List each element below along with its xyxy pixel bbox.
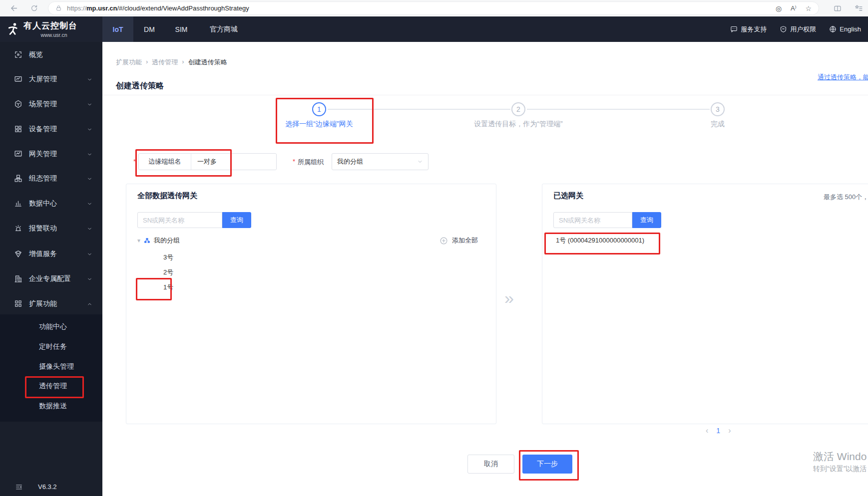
user-permissions[interactable]: 用户权限 bbox=[780, 25, 816, 34]
configuration-icon bbox=[14, 174, 22, 183]
sidebar-item-configuration[interactable]: 组态管理 bbox=[0, 170, 102, 188]
back-icon[interactable] bbox=[7, 0, 21, 16]
chevron-down-icon bbox=[87, 201, 92, 207]
group-tree-root[interactable]: ▾ 我的分组 bbox=[137, 236, 180, 245]
selected-gateway-item[interactable]: 1号 (00004291000000000001) bbox=[546, 232, 644, 249]
tab-official-mall[interactable]: 官方商城 bbox=[197, 16, 250, 42]
read-aloud-icon[interactable]: A) bbox=[791, 4, 796, 12]
sidebar-item-datacenter[interactable]: 数据中心 bbox=[0, 195, 102, 213]
pagination: ‹ 1 › bbox=[706, 426, 731, 435]
org-group-icon bbox=[144, 238, 150, 244]
org-select-value: 我的分组 bbox=[337, 157, 363, 166]
next-step-button[interactable]: 下一步 bbox=[522, 455, 572, 474]
bigscreen-icon bbox=[14, 75, 22, 83]
gateway-search-input[interactable] bbox=[137, 212, 222, 228]
org-select[interactable]: 我的分组 bbox=[332, 153, 429, 170]
group-tree-root-label[interactable]: 我的分组 bbox=[154, 236, 180, 245]
breadcrumb: 扩展功能 › 透传管理 › 创建透传策略 bbox=[116, 58, 227, 67]
selected-gateways-panel: 已选网关 最多选 500个， 查询 1号 (000042910000000000… bbox=[542, 184, 868, 424]
windows-activation-watermark: 激活 Windo bbox=[813, 450, 867, 464]
brand-logo[interactable] bbox=[6, 22, 21, 39]
submenu-item-data-push[interactable]: 数据推送 bbox=[0, 397, 102, 415]
address-bar[interactable]: https://mp.usr.cn/#/cloud/extend/ViewAdd… bbox=[48, 1, 819, 15]
submenu-item-scheduled-tasks[interactable]: 定时任务 bbox=[0, 337, 102, 355]
building-icon bbox=[14, 274, 22, 283]
chevron-down-icon bbox=[87, 276, 92, 282]
breadcrumb-extend[interactable]: 扩展功能 bbox=[116, 58, 142, 67]
sidebar-item-device[interactable]: 设备管理 bbox=[0, 120, 102, 138]
chevron-down-icon bbox=[87, 176, 92, 182]
step-connector bbox=[328, 109, 510, 110]
sidebar-item-overview[interactable]: 概览 bbox=[0, 46, 102, 64]
pagination-prev-icon[interactable]: ‹ bbox=[706, 426, 708, 435]
step-connector bbox=[527, 109, 710, 110]
edge-group-name-label: 边缘端组名 bbox=[139, 154, 191, 170]
tree-item-gateway-3[interactable]: 3号 bbox=[163, 252, 173, 263]
tree-item-gateway-1[interactable]: 1号 bbox=[163, 282, 173, 293]
chevron-down-icon bbox=[87, 152, 92, 157]
selected-search-input[interactable] bbox=[553, 212, 632, 228]
shield-icon bbox=[780, 25, 787, 33]
chevron-down-icon bbox=[87, 226, 92, 232]
brand-title[interactable]: 有人云控制台 bbox=[23, 20, 77, 31]
chevron-down-icon bbox=[87, 77, 92, 82]
required-mark: * bbox=[133, 158, 136, 165]
sidebar-item-gateway[interactable]: 网关管理 bbox=[0, 145, 102, 163]
submenu-item-passthrough-mgmt[interactable]: 透传管理 bbox=[0, 377, 102, 395]
brand-url: www.usr.cn bbox=[23, 32, 84, 38]
overview-icon bbox=[14, 50, 22, 59]
sidebar: 概览 大屏管理 场景管理 设备管理 网关管理 组态管理 bbox=[0, 42, 102, 496]
sidebar-item-scene[interactable]: 场景管理 bbox=[0, 95, 102, 113]
step-2-label: 设置透传目标，作为“管理端” bbox=[443, 120, 593, 129]
add-all-button[interactable]: 添加全部 bbox=[439, 236, 478, 245]
language-switcher[interactable]: English bbox=[829, 25, 861, 33]
chevron-down-icon bbox=[87, 127, 92, 132]
step-3-circle: 3 bbox=[711, 102, 725, 116]
location-icon[interactable]: ◎ bbox=[776, 4, 782, 12]
search-button[interactable]: 查询 bbox=[632, 212, 661, 228]
tab-dm[interactable]: DM bbox=[133, 16, 165, 42]
step-1-label: 选择一组“边缘端”网关 bbox=[269, 120, 369, 129]
collapse-sidebar-icon[interactable] bbox=[15, 483, 23, 491]
edge-group-name-input[interactable] bbox=[191, 154, 276, 170]
plus-circle-icon bbox=[439, 237, 448, 245]
sidebar-item-value-added[interactable]: 增值服务 bbox=[0, 245, 102, 263]
sidebar-item-extend[interactable]: 扩展功能 bbox=[0, 295, 102, 313]
page-title: 创建透传策略 bbox=[116, 81, 164, 91]
breadcrumb-current: 创建透传策略 bbox=[188, 58, 227, 67]
browser-toolbar: https://mp.usr.cn/#/cloud/extend/ViewAdd… bbox=[0, 0, 868, 17]
gateway-icon bbox=[14, 150, 22, 158]
cancel-button[interactable]: 取消 bbox=[467, 455, 514, 474]
gem-icon bbox=[14, 249, 22, 258]
tree-caret-icon[interactable]: ▾ bbox=[137, 237, 140, 244]
sidebar-item-alarm[interactable]: 报警联动 bbox=[0, 220, 102, 238]
tab-iot[interactable]: IoT bbox=[102, 16, 133, 42]
service-support[interactable]: 服务支持 bbox=[730, 25, 767, 34]
refresh-icon[interactable] bbox=[27, 0, 41, 16]
org-label: 所属组织 bbox=[298, 158, 324, 167]
strategy-help-link[interactable]: 通过透传策略，能 bbox=[818, 73, 868, 82]
globe-icon bbox=[829, 25, 837, 33]
step-1-circle: 1 bbox=[312, 102, 326, 116]
app-window: https://mp.usr.cn/#/cloud/extend/ViewAdd… bbox=[0, 0, 868, 496]
sidebar-item-enterprise[interactable]: 企业专属配置 bbox=[0, 270, 102, 288]
tree-item-gateway-2[interactable]: 2号 bbox=[163, 267, 173, 278]
lock-icon bbox=[55, 5, 62, 11]
breadcrumb-passthrough[interactable]: 透传管理 bbox=[152, 58, 178, 67]
tab-sim[interactable]: SIM bbox=[165, 16, 197, 42]
submenu-item-camera-mgmt[interactable]: 摄像头管理 bbox=[0, 357, 102, 375]
submenu-item-function-center[interactable]: 功能中心 bbox=[0, 317, 102, 335]
pagination-next-icon[interactable]: › bbox=[728, 426, 731, 435]
version-label: V6.3.2 bbox=[38, 483, 57, 491]
favorite-star-icon[interactable]: ☆ bbox=[805, 4, 812, 12]
extend-submenu: 功能中心 定时任务 摄像头管理 透传管理 数据推送 bbox=[0, 314, 102, 422]
limit-note: 最多选 500个， bbox=[824, 193, 868, 202]
sidebar-item-bigscreen[interactable]: 大屏管理 bbox=[0, 70, 102, 88]
favorites-bar-icon[interactable] bbox=[851, 0, 866, 16]
search-button[interactable]: 查询 bbox=[222, 212, 251, 228]
pagination-page-1[interactable]: 1 bbox=[716, 427, 720, 435]
transfer-arrows-icon: » bbox=[504, 288, 512, 308]
split-screen-icon[interactable] bbox=[830, 0, 845, 16]
chevron-down-icon bbox=[87, 102, 92, 107]
required-mark: * bbox=[293, 158, 295, 165]
